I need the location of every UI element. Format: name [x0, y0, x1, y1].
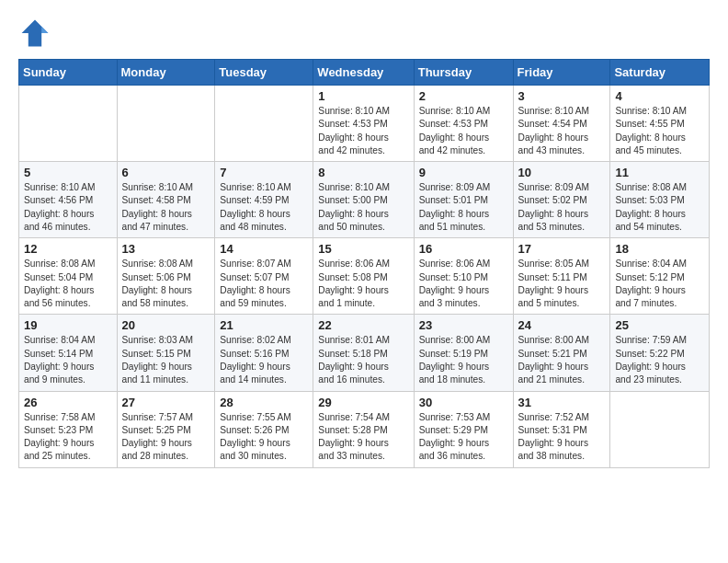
day-info: Sunrise: 8:07 AM Sunset: 5:07 PM Dayligh… — [220, 258, 308, 310]
calendar-cell: 17Sunrise: 8:05 AM Sunset: 5:11 PM Dayli… — [513, 238, 610, 315]
calendar-cell: 16Sunrise: 8:06 AM Sunset: 5:10 PM Dayli… — [414, 238, 513, 315]
day-number: 19 — [24, 318, 112, 332]
day-number: 4 — [615, 89, 704, 103]
weekday-header-tuesday: Tuesday — [215, 60, 313, 86]
calendar-cell — [610, 391, 710, 467]
day-number: 28 — [220, 396, 308, 409]
calendar-cell: 28Sunrise: 7:55 AM Sunset: 5:26 PM Dayli… — [215, 391, 313, 467]
calendar-cell: 8Sunrise: 8:10 AM Sunset: 5:00 PM Daylig… — [313, 162, 414, 238]
day-info: Sunrise: 8:05 AM Sunset: 5:11 PM Dayligh… — [518, 258, 606, 310]
day-info: Sunrise: 8:04 AM Sunset: 5:12 PM Dayligh… — [615, 258, 704, 310]
day-info: Sunrise: 7:57 AM Sunset: 5:25 PM Dayligh… — [122, 411, 210, 464]
weekday-header-friday: Friday — [513, 60, 610, 86]
day-number: 22 — [318, 318, 408, 332]
weekday-header-sunday: Sunday — [19, 60, 118, 86]
day-number: 13 — [122, 242, 210, 256]
calendar-cell: 22Sunrise: 8:01 AM Sunset: 5:18 PM Dayli… — [313, 315, 414, 391]
calendar-table: SundayMondayTuesdayWednesdayThursdayFrid… — [18, 59, 710, 468]
day-info: Sunrise: 8:10 AM Sunset: 4:53 PM Dayligh… — [318, 105, 408, 157]
calendar-cell: 24Sunrise: 8:00 AM Sunset: 5:21 PM Dayli… — [513, 315, 610, 391]
day-info: Sunrise: 7:58 AM Sunset: 5:23 PM Dayligh… — [24, 411, 112, 464]
calendar-cell — [215, 86, 313, 162]
calendar-cell: 3Sunrise: 8:10 AM Sunset: 4:54 PM Daylig… — [513, 86, 610, 162]
day-info: Sunrise: 8:09 AM Sunset: 5:02 PM Dayligh… — [518, 181, 606, 234]
calendar-cell: 15Sunrise: 8:06 AM Sunset: 5:08 PM Dayli… — [313, 238, 414, 315]
day-number: 23 — [419, 318, 508, 332]
calendar-cell: 11Sunrise: 8:08 AM Sunset: 5:03 PM Dayli… — [610, 162, 710, 238]
day-number: 29 — [318, 396, 408, 409]
calendar-week-row: 1Sunrise: 8:10 AM Sunset: 4:53 PM Daylig… — [19, 86, 710, 162]
day-number: 20 — [122, 318, 210, 332]
day-info: Sunrise: 8:06 AM Sunset: 5:08 PM Dayligh… — [318, 258, 408, 310]
day-info: Sunrise: 8:08 AM Sunset: 5:06 PM Dayligh… — [122, 258, 210, 310]
day-number: 7 — [220, 166, 308, 179]
calendar-cell: 6Sunrise: 8:10 AM Sunset: 4:58 PM Daylig… — [117, 162, 215, 238]
weekday-header-monday: Monday — [117, 60, 215, 86]
day-number: 6 — [122, 166, 210, 179]
day-number: 30 — [419, 396, 508, 409]
calendar-body: 1Sunrise: 8:10 AM Sunset: 4:53 PM Daylig… — [19, 86, 710, 468]
calendar-cell: 9Sunrise: 8:09 AM Sunset: 5:01 PM Daylig… — [414, 162, 513, 238]
calendar-week-row: 12Sunrise: 8:08 AM Sunset: 5:04 PM Dayli… — [19, 238, 710, 315]
header — [18, 17, 710, 50]
calendar-cell: 18Sunrise: 8:04 AM Sunset: 5:12 PM Dayli… — [610, 238, 710, 315]
weekday-header-saturday: Saturday — [610, 60, 710, 86]
day-number: 9 — [419, 166, 508, 179]
calendar-cell: 4Sunrise: 8:10 AM Sunset: 4:55 PM Daylig… — [610, 86, 710, 162]
calendar-cell: 12Sunrise: 8:08 AM Sunset: 5:04 PM Dayli… — [19, 238, 118, 315]
calendar-week-row: 26Sunrise: 7:58 AM Sunset: 5:23 PM Dayli… — [19, 391, 710, 467]
day-number: 15 — [318, 242, 408, 256]
day-number: 1 — [318, 89, 408, 103]
calendar-week-row: 19Sunrise: 8:04 AM Sunset: 5:14 PM Dayli… — [19, 315, 710, 391]
calendar-cell: 1Sunrise: 8:10 AM Sunset: 4:53 PM Daylig… — [313, 86, 414, 162]
calendar-cell: 2Sunrise: 8:10 AM Sunset: 4:53 PM Daylig… — [414, 86, 513, 162]
day-info: Sunrise: 8:08 AM Sunset: 5:03 PM Dayligh… — [615, 181, 704, 234]
day-info: Sunrise: 8:10 AM Sunset: 4:59 PM Dayligh… — [220, 181, 308, 234]
day-info: Sunrise: 8:10 AM Sunset: 4:58 PM Dayligh… — [122, 181, 210, 234]
calendar-cell: 19Sunrise: 8:04 AM Sunset: 5:14 PM Dayli… — [19, 315, 118, 391]
day-info: Sunrise: 7:54 AM Sunset: 5:28 PM Dayligh… — [318, 411, 408, 464]
weekday-header-thursday: Thursday — [414, 60, 513, 86]
weekday-header-row: SundayMondayTuesdayWednesdayThursdayFrid… — [19, 60, 710, 86]
day-info: Sunrise: 8:00 AM Sunset: 5:19 PM Dayligh… — [419, 334, 508, 386]
day-number: 5 — [24, 166, 112, 179]
calendar-cell — [19, 86, 118, 162]
day-info: Sunrise: 8:01 AM Sunset: 5:18 PM Dayligh… — [318, 334, 408, 386]
day-number: 10 — [518, 166, 606, 179]
day-number: 11 — [615, 166, 704, 179]
day-info: Sunrise: 8:00 AM Sunset: 5:21 PM Dayligh… — [518, 334, 606, 386]
calendar-cell — [117, 86, 215, 162]
calendar-cell: 5Sunrise: 8:10 AM Sunset: 4:56 PM Daylig… — [19, 162, 118, 238]
day-info: Sunrise: 7:55 AM Sunset: 5:26 PM Dayligh… — [220, 411, 308, 464]
calendar-cell: 27Sunrise: 7:57 AM Sunset: 5:25 PM Dayli… — [117, 391, 215, 467]
day-info: Sunrise: 7:52 AM Sunset: 5:31 PM Dayligh… — [518, 411, 606, 464]
day-info: Sunrise: 8:06 AM Sunset: 5:10 PM Dayligh… — [419, 258, 508, 310]
day-number: 18 — [615, 242, 704, 256]
page: SundayMondayTuesdayWednesdayThursdayFrid… — [0, 0, 728, 481]
calendar-cell: 20Sunrise: 8:03 AM Sunset: 5:15 PM Dayli… — [117, 315, 215, 391]
day-info: Sunrise: 8:10 AM Sunset: 4:55 PM Dayligh… — [615, 105, 704, 157]
calendar-cell: 25Sunrise: 7:59 AM Sunset: 5:22 PM Dayli… — [610, 315, 710, 391]
calendar-cell: 23Sunrise: 8:00 AM Sunset: 5:19 PM Dayli… — [414, 315, 513, 391]
logo — [18, 17, 55, 50]
day-number: 25 — [615, 318, 704, 332]
day-number: 27 — [122, 396, 210, 409]
calendar-cell: 14Sunrise: 8:07 AM Sunset: 5:07 PM Dayli… — [215, 238, 313, 315]
day-number: 2 — [419, 89, 508, 103]
day-info: Sunrise: 8:10 AM Sunset: 5:00 PM Dayligh… — [318, 181, 408, 234]
calendar-cell: 29Sunrise: 7:54 AM Sunset: 5:28 PM Dayli… — [313, 391, 414, 467]
day-info: Sunrise: 8:10 AM Sunset: 4:56 PM Dayligh… — [24, 181, 112, 234]
calendar-cell: 13Sunrise: 8:08 AM Sunset: 5:06 PM Dayli… — [117, 238, 215, 315]
day-number: 21 — [220, 318, 308, 332]
calendar-cell: 31Sunrise: 7:52 AM Sunset: 5:31 PM Dayli… — [513, 391, 610, 467]
day-number: 17 — [518, 242, 606, 256]
day-info: Sunrise: 8:10 AM Sunset: 4:53 PM Dayligh… — [419, 105, 508, 157]
day-number: 12 — [24, 242, 112, 256]
day-info: Sunrise: 7:53 AM Sunset: 5:29 PM Dayligh… — [419, 411, 508, 464]
day-number: 8 — [318, 166, 408, 179]
day-info: Sunrise: 8:04 AM Sunset: 5:14 PM Dayligh… — [24, 334, 112, 386]
calendar-cell: 21Sunrise: 8:02 AM Sunset: 5:16 PM Dayli… — [215, 315, 313, 391]
day-info: Sunrise: 8:03 AM Sunset: 5:15 PM Dayligh… — [122, 334, 210, 386]
day-info: Sunrise: 8:08 AM Sunset: 5:04 PM Dayligh… — [24, 258, 112, 310]
day-number: 31 — [518, 396, 606, 409]
